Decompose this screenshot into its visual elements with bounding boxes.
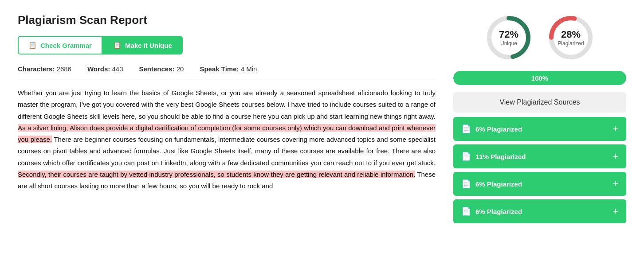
charts-row: 72% Unique 28% Plagiarized xyxy=(453,13,626,62)
plagiarized-center-text: 28% Plagiarized xyxy=(558,29,584,47)
left-column: Plagiarism Scan Report 📋 Check Grammar 📋… xyxy=(18,13,436,227)
main-layout: Plagiarism Scan Report 📋 Check Grammar 📋… xyxy=(18,13,626,227)
unique-percent: 72% xyxy=(499,29,518,40)
page-title: Plagiarism Scan Report xyxy=(18,13,436,27)
sentences-stat: Sentences: 20 xyxy=(139,65,184,73)
unique-chart-container: 72% Unique xyxy=(484,13,533,62)
doc-icon-1: 📄 xyxy=(461,124,471,134)
sentences-value: 20 xyxy=(177,65,184,73)
words-value: 443 xyxy=(112,65,123,73)
right-column: 72% Unique 28% Plagiarized xyxy=(453,13,626,227)
plagiarism-item-3-label: 6% Plagiarized xyxy=(475,180,522,188)
plagiarism-item-1[interactable]: 📄 6% Plagiarized + xyxy=(453,117,626,141)
check-grammar-icon: 📋 xyxy=(28,41,37,49)
plagiarism-item-1-label: 6% Plagiarized xyxy=(475,125,522,133)
plus-icon-4: + xyxy=(613,206,618,217)
plagiarism-items-list: 📄 6% Plagiarized + 📄 11% Plagiarized + 📄… xyxy=(453,117,626,223)
sentences-label: Sentences: xyxy=(139,65,175,73)
unique-label: Unique xyxy=(499,40,518,47)
doc-icon-3: 📄 xyxy=(461,179,471,189)
plus-icon-3: + xyxy=(613,178,618,190)
plagiarism-item-4-label: 6% Plagiarized xyxy=(475,208,522,215)
plagiarism-item-4-left: 📄 6% Plagiarized xyxy=(461,206,522,216)
plagiarized-chart-container: 28% Plagiarized xyxy=(546,13,595,62)
characters-label: Characters: xyxy=(18,65,55,73)
speak-time-value: 4 Min xyxy=(241,65,257,73)
make-unique-label: Make it Unique xyxy=(125,42,172,49)
make-unique-icon: 📋 xyxy=(113,41,122,49)
words-stat: Words: 443 xyxy=(87,65,123,73)
speak-time-label: Speak Time: xyxy=(200,65,239,73)
stats-row: Characters: 2686 Words: 443 Sentences: 2… xyxy=(18,65,436,79)
plagiarism-item-2-left: 📄 11% Plagiarized xyxy=(461,152,526,161)
plus-icon-2: + xyxy=(613,151,618,162)
plagiarism-item-4[interactable]: 📄 6% Plagiarized + xyxy=(453,199,626,223)
plagiarism-item-1-left: 📄 6% Plagiarized xyxy=(461,124,522,134)
plagiarized-percent: 28% xyxy=(558,29,584,40)
action-buttons: 📋 Check Grammar 📋 Make it Unique xyxy=(18,36,436,54)
highlight-text-2: Secondly, their courses are taught by ve… xyxy=(18,171,415,178)
speak-time-stat: Speak Time: 4 Min xyxy=(200,65,257,73)
progress-bar-fill: 100% xyxy=(453,71,626,85)
check-grammar-button[interactable]: 📋 Check Grammar xyxy=(18,36,102,54)
make-unique-button[interactable]: 📋 Make it Unique xyxy=(102,36,183,54)
content-text: Whether you are just trying to learn the… xyxy=(18,87,436,192)
characters-stat: Characters: 2686 xyxy=(18,65,71,73)
plagiarism-item-2-label: 11% Plagiarized xyxy=(475,153,526,160)
text-before-highlight1: Whether you are just trying to learn the… xyxy=(18,89,436,120)
unique-center-text: 72% Unique xyxy=(499,29,518,47)
doc-icon-2: 📄 xyxy=(461,152,471,161)
plus-icon-1: + xyxy=(613,123,618,135)
plagiarism-item-2[interactable]: 📄 11% Plagiarized + xyxy=(453,144,626,168)
plagiarized-label: Plagiarized xyxy=(558,40,584,47)
progress-bar-container: 100% xyxy=(453,71,626,85)
progress-value: 100% xyxy=(531,74,548,82)
characters-value: 2686 xyxy=(57,65,71,73)
plagiarism-item-3-left: 📄 6% Plagiarized xyxy=(461,179,522,189)
words-label: Words: xyxy=(87,65,110,73)
unique-donut: 72% Unique xyxy=(484,13,533,62)
plagiarized-donut: 28% Plagiarized xyxy=(546,13,595,62)
doc-icon-4: 📄 xyxy=(461,206,471,216)
plagiarism-item-3[interactable]: 📄 6% Plagiarized + xyxy=(453,172,626,196)
text-between: There are beginner courses focusing on f… xyxy=(18,136,436,167)
check-grammar-label: Check Grammar xyxy=(40,42,92,49)
view-plagiarized-sources-button[interactable]: View Plagiarized Sources xyxy=(453,92,626,113)
